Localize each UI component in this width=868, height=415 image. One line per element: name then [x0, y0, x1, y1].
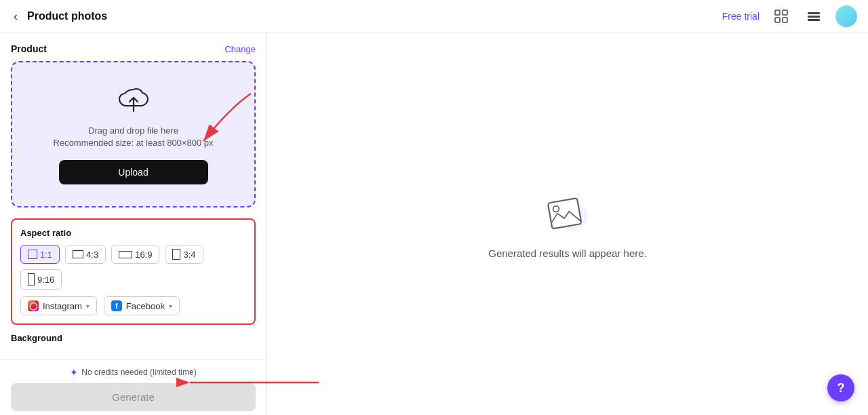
sidebar-footer: ✦ No credits needed (limited time) Gener…	[0, 359, 267, 415]
aspect-label-16-9: 16:9	[135, 250, 152, 260]
aspect-options: 1:1 4:3 16:9 3:4	[20, 245, 246, 290]
header-right: Free trial	[722, 5, 857, 27]
avatar[interactable]	[835, 5, 857, 27]
square-icon	[28, 250, 37, 259]
social-options: ◯ Instagram ▾ f Facebook ▾	[20, 296, 246, 315]
layers-icon	[806, 9, 821, 24]
facebook-chevron-icon: ▾	[169, 302, 172, 310]
svg-rect-5	[808, 16, 820, 18]
landscape169-icon	[119, 251, 132, 258]
content-area: Generated results will appear here.	[267, 33, 868, 415]
instagram-button[interactable]: ◯ Instagram ▾	[20, 296, 97, 315]
facebook-label: Facebook	[126, 301, 165, 311]
aspect-ratio-title: Aspect ratio	[20, 228, 246, 238]
facebook-button[interactable]: f Facebook ▾	[104, 296, 180, 315]
product-label: Product	[11, 43, 47, 54]
background-title: Background	[11, 333, 256, 343]
credits-text: No credits needed (limited time)	[81, 368, 196, 377]
main-layout: Product Change Drag and drop file here R…	[0, 33, 868, 415]
instagram-chevron-icon: ▾	[86, 302, 90, 310]
upload-cloud-icon	[117, 84, 151, 118]
drag-drop-text: Drag and drop file here Recommended size…	[54, 125, 214, 149]
help-button[interactable]: ?	[827, 374, 854, 401]
aspect-option-1-1[interactable]: 1:1	[20, 245, 60, 264]
app-header: ‹ Product photos Free trial	[0, 0, 868, 33]
generate-button[interactable]: Generate	[11, 383, 256, 411]
svg-rect-3	[783, 18, 787, 22]
aspect-option-4-3[interactable]: 4:3	[65, 245, 106, 264]
aspect-option-3-4[interactable]: 3:4	[165, 245, 203, 264]
facebook-icon: f	[111, 300, 122, 311]
portrait34-icon	[172, 249, 180, 260]
header-left: ‹ Product photos	[11, 7, 107, 25]
aspect-label-9-16: 9:16	[37, 275, 54, 285]
instagram-label: Instagram	[43, 301, 82, 311]
placeholder-text: Generated results will appear here.	[488, 248, 646, 259]
sidebar-scroll: Product Change Drag and drop file here R…	[0, 33, 267, 359]
instagram-icon: ◯	[28, 300, 39, 311]
change-link[interactable]: Change	[224, 44, 256, 54]
placeholder-image-icon	[540, 189, 595, 237]
star-icon: ✦	[70, 367, 78, 378]
upload-area[interactable]: Drag and drop file here Recommended size…	[11, 61, 256, 208]
back-button[interactable]: ‹	[11, 7, 20, 25]
svg-rect-6	[808, 19, 820, 21]
page-title: Product photos	[27, 10, 107, 22]
portrait916-icon	[28, 273, 35, 285]
svg-rect-4	[808, 12, 820, 14]
svg-rect-10	[548, 198, 582, 229]
svg-rect-1	[783, 10, 787, 15]
aspect-label-4-3: 4:3	[86, 250, 98, 260]
landscape43-icon	[73, 250, 83, 258]
sidebar-wrapper: Product Change Drag and drop file here R…	[0, 33, 267, 415]
product-section-header: Product Change	[11, 43, 256, 54]
svg-rect-2	[775, 18, 780, 22]
aspect-label-1-1: 1:1	[40, 250, 52, 260]
aspect-label-3-4: 3:4	[183, 250, 195, 260]
grid-icon	[774, 9, 789, 24]
aspect-option-16-9[interactable]: 16:9	[111, 245, 159, 264]
grid-icon-button[interactable]	[770, 5, 792, 27]
svg-rect-0	[775, 10, 780, 15]
layers-icon-button[interactable]	[803, 5, 825, 27]
background-section: Background	[11, 333, 256, 343]
upload-button[interactable]: Upload	[59, 160, 208, 184]
free-trial-link[interactable]: Free trial	[722, 11, 760, 22]
sidebar: Product Change Drag and drop file here R…	[0, 33, 267, 415]
aspect-option-9-16[interactable]: 9:16	[20, 269, 62, 290]
credits-note: ✦ No credits needed (limited time)	[11, 367, 256, 378]
aspect-ratio-section: Aspect ratio 1:1 4:3 16:9	[11, 218, 256, 325]
